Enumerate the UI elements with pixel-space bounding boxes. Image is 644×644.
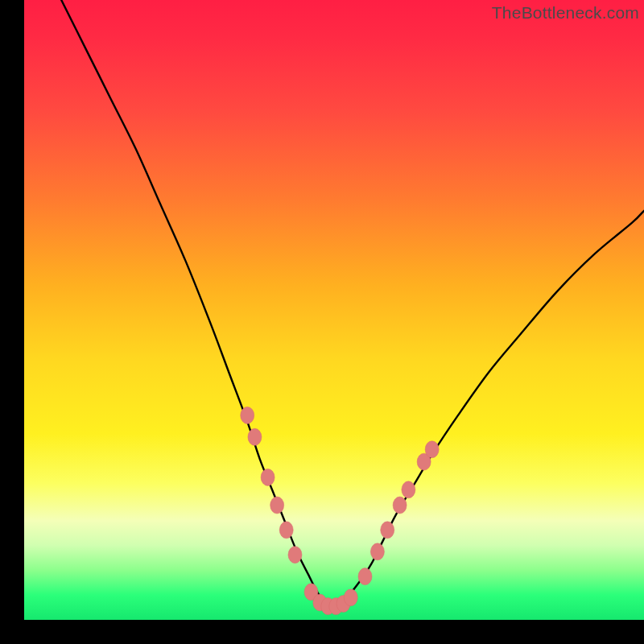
curve-marker <box>425 441 439 458</box>
curve-marker <box>393 497 407 514</box>
curve-marker <box>344 589 357 606</box>
curve-marker <box>288 547 302 564</box>
curve-marker <box>241 407 254 423</box>
plot-area: TheBottleneck.com <box>24 0 644 620</box>
curve-marker <box>370 543 384 560</box>
curve-marker <box>381 522 394 539</box>
chart-frame: TheBottleneck.com <box>0 0 644 644</box>
bottleneck-curve <box>24 0 644 620</box>
curve-marker <box>270 497 284 514</box>
curve-marker <box>402 481 415 498</box>
curve-marker <box>279 522 293 539</box>
curve-marker <box>261 469 275 485</box>
curve-marker <box>248 428 262 445</box>
curve-marker <box>358 568 372 585</box>
